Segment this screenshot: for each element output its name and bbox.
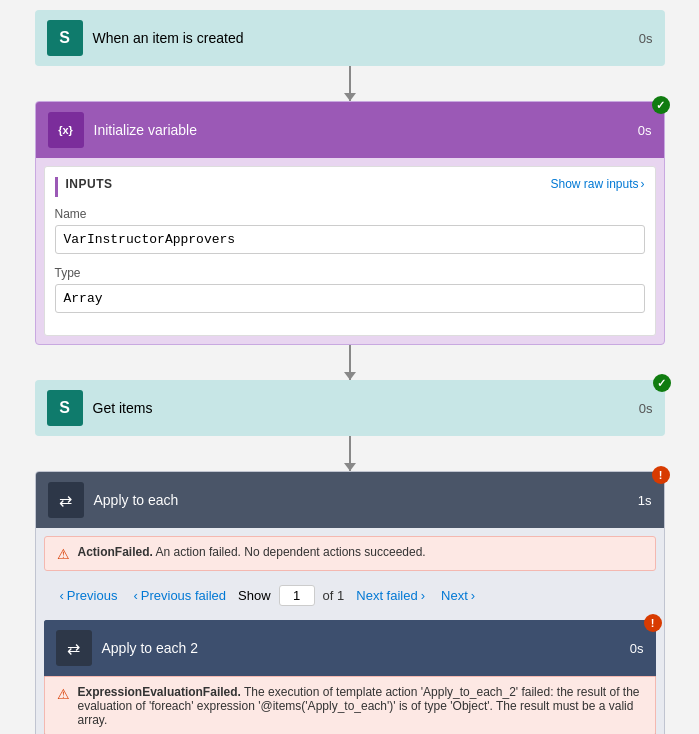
show-raw-link[interactable]: Show raw inputs › <box>550 177 644 191</box>
init-success-badge: ✓ <box>652 96 670 114</box>
arrow-3 <box>349 436 351 471</box>
inner-apply-error-banner: ⚠ ExpressionEvaluationFailed. The execut… <box>44 676 656 734</box>
get-items-success-badge: ✓ <box>653 374 671 392</box>
type-field-group: Type Array <box>55 266 645 313</box>
init-title: Initialize variable <box>94 122 638 138</box>
get-items-title: Get items <box>93 400 639 416</box>
page-input[interactable] <box>279 585 315 606</box>
get-items-header[interactable]: Get items 0s ✓ <box>35 380 665 436</box>
trigger-title: When an item is created <box>93 30 639 46</box>
inner-apply-error-badge: ! <box>644 614 662 632</box>
type-value: Array <box>55 284 645 313</box>
inner-apply-icon-arrows: ⇄ <box>67 639 80 658</box>
name-label: Name <box>55 207 645 221</box>
init-icon-label: {x} <box>58 124 73 136</box>
inputs-label: INPUTS <box>66 177 113 191</box>
prev-chevron-icon <box>60 588 64 603</box>
type-label: Type <box>55 266 645 280</box>
apply-icon-arrows: ⇄ <box>59 491 72 510</box>
name-field-group: Name VarInstructorApprovers <box>55 207 645 254</box>
inner-apply-duration: 0s <box>630 641 644 656</box>
apply-header[interactable]: ⇄ Apply to each 1s ! <box>36 472 664 528</box>
trigger-header[interactable]: When an item is created 0s <box>35 10 665 66</box>
pagination-bar: Previous Previous failed Show of 1 Next … <box>44 579 656 612</box>
next-failed-chevron-icon <box>421 588 425 603</box>
apply-warning-icon: ⚠ <box>57 546 70 562</box>
show-label: Show <box>238 588 271 603</box>
name-value: VarInstructorApprovers <box>55 225 645 254</box>
inner-apply-card: ⇄ Apply to each 2 0s ! ⚠ ExpressionEvalu… <box>44 620 656 734</box>
apply-title: Apply to each <box>94 492 638 508</box>
trigger-icon <box>47 20 83 56</box>
inputs-section: INPUTS Show raw inputs › Name VarInstruc… <box>44 166 656 336</box>
trigger-icon-s <box>59 29 70 47</box>
apply-icon: ⇄ <box>48 482 84 518</box>
previous-button[interactable]: Previous <box>56 586 122 605</box>
apply-error-banner: ⚠ ActionFailed. An action failed. No dep… <box>44 536 656 571</box>
init-icon: {x} <box>48 112 84 148</box>
apply-error-badge: ! <box>652 466 670 484</box>
init-duration: 0s <box>638 123 652 138</box>
next-chevron-icon <box>471 588 475 603</box>
get-items-card: Get items 0s ✓ <box>35 380 665 436</box>
next-failed-button[interactable]: Next failed <box>352 586 429 605</box>
apply-to-each-card: ⇄ Apply to each 1s ! ⚠ ActionFailed. An … <box>35 471 665 734</box>
page-of-label: of 1 <box>323 588 345 603</box>
trigger-duration: 0s <box>639 31 653 46</box>
apply-error-text: ActionFailed. An action failed. No depen… <box>78 545 426 559</box>
flow-container: When an item is created 0s {x} Initializ… <box>10 10 689 734</box>
next-button[interactable]: Next <box>437 586 479 605</box>
inner-apply-error-text: ExpressionEvaluationFailed. The executio… <box>78 685 643 727</box>
init-header[interactable]: {x} Initialize variable 0s ✓ <box>36 102 664 158</box>
inner-apply-header[interactable]: ⇄ Apply to each 2 0s ! <box>44 620 656 676</box>
get-items-icon <box>47 390 83 426</box>
prev-failed-chevron-icon <box>133 588 137 603</box>
arrow-1 <box>349 66 351 101</box>
previous-failed-button[interactable]: Previous failed <box>129 586 230 605</box>
get-items-icon-s <box>59 399 70 417</box>
inner-apply-icon: ⇄ <box>56 630 92 666</box>
inner-apply-title: Apply to each 2 <box>102 640 630 656</box>
arrow-2 <box>349 345 351 380</box>
trigger-card: When an item is created 0s <box>35 10 665 66</box>
get-items-duration: 0s <box>639 401 653 416</box>
init-variable-card: {x} Initialize variable 0s ✓ INPUTS Show… <box>35 101 665 345</box>
apply-duration: 1s <box>638 493 652 508</box>
inner-apply-warning-icon: ⚠ <box>57 686 70 702</box>
inputs-header: INPUTS Show raw inputs › <box>55 177 645 197</box>
